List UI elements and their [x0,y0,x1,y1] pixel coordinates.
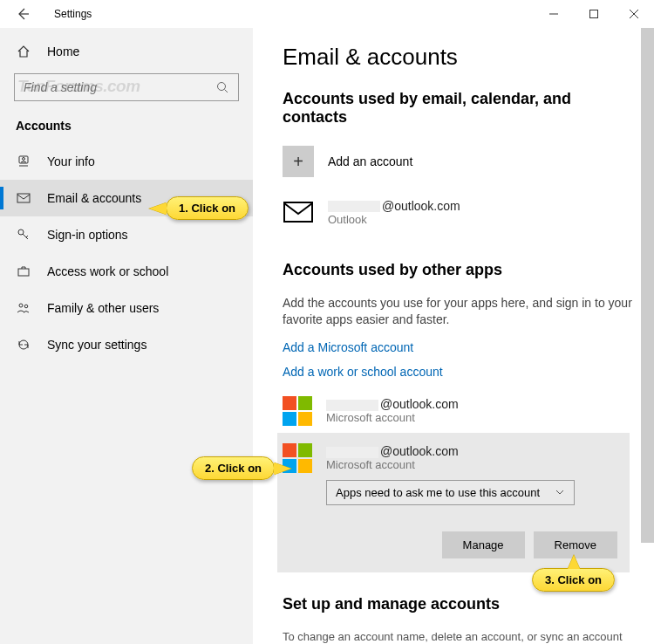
redacted-name [326,400,378,411]
envelope-icon [283,196,314,228]
svg-point-4 [218,82,226,90]
callout-1: 1. Click on [166,196,249,220]
mail-icon [16,190,33,206]
plus-icon: + [283,146,314,177]
scrollbar[interactable] [641,28,654,543]
redacted-name [328,201,380,212]
add-work-account-link[interactable]: Add a work or school account [283,365,637,379]
key-icon [16,227,33,243]
sync-icon [16,337,33,353]
add-account-label: Add an account [328,154,412,168]
redacted-name [326,447,378,458]
ms-account-2-expanded: @outlook.com Microsoft account Apps need… [277,433,630,572]
content-area: Email & accounts Accounts used by email,… [253,28,654,644]
callout-2: 2. Click on [192,456,275,480]
nav-signin-options[interactable]: Sign-in options [0,216,253,253]
home-label: Home [47,45,79,58]
group2-help: Add the accounts you use for your apps h… [283,295,637,328]
search-field[interactable] [24,80,216,94]
group3-help: To change an account name, delete an acc… [283,629,637,644]
page-title: Email & accounts [283,44,637,71]
svg-rect-14 [284,202,312,222]
people-icon [16,300,33,316]
home-nav[interactable]: Home [0,37,253,66]
group2-header: Accounts used by other apps [283,261,637,279]
search-icon [216,81,229,94]
svg-point-12 [19,304,23,307]
group1-header: Accounts used by email, calendar, and co… [283,90,637,127]
nav-family[interactable]: Family & other users [0,290,253,326]
maximize-button[interactable] [574,0,614,28]
add-ms-account-link[interactable]: Add a Microsoft account [283,340,637,354]
microsoft-logo-icon [283,396,312,426]
account-permission-dropdown[interactable]: Apps need to ask me to use this account [326,480,575,505]
svg-rect-11 [18,269,29,276]
svg-point-7 [23,158,25,161]
briefcase-icon [16,264,33,279]
minimize-button[interactable] [534,0,574,28]
add-account-button[interactable]: + Add an account [283,142,637,189]
person-icon [16,154,33,169]
chevron-down-icon [555,487,565,497]
close-button[interactable] [614,0,654,28]
nav-your-info[interactable]: Your info [0,143,253,180]
callout-3: 3. Click on [532,568,615,592]
back-button[interactable] [9,7,37,21]
svg-rect-9 [17,194,30,202]
svg-line-5 [225,89,228,92]
ms-account-2[interactable]: @outlook.com Microsoft account [283,443,617,473]
window-title: Settings [54,8,92,20]
group3-header: Set up and manage accounts [283,595,637,613]
titlebar: Settings [0,0,654,28]
svg-rect-1 [590,10,598,17]
svg-point-13 [24,305,28,308]
sidebar: Home TenForums.com Accounts Your info Em… [0,28,253,644]
ms-account-1[interactable]: @outlook.com Microsoft account [283,389,637,433]
search-input[interactable] [14,73,239,101]
home-icon [16,44,33,59]
sidebar-section-header: Accounts [0,105,253,143]
email-account-row[interactable]: @outlook.com Outlook [283,189,637,242]
nav-sync[interactable]: Sync your settings [0,326,253,363]
nav-access-work[interactable]: Access work or school [0,253,253,290]
manage-button[interactable]: Manage [442,531,525,558]
